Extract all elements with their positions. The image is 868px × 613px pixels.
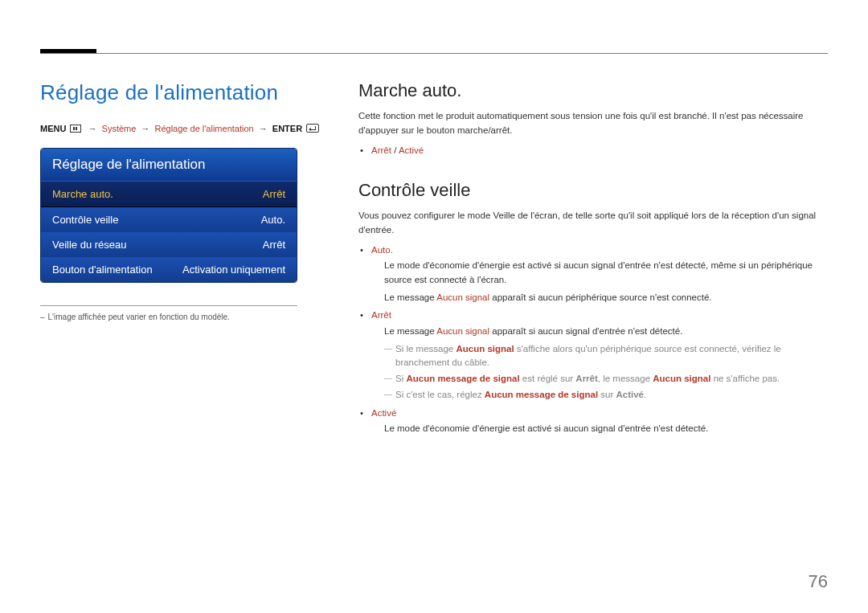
option-arret-active: Arrêt / Activé	[371, 143, 828, 157]
enter-icon	[306, 124, 319, 133]
option-auto-label: Auto.	[371, 245, 393, 255]
footnote: –L'image affichée peut varier en fonctio…	[40, 313, 334, 321]
osd-row-marche-auto[interactable]: Marche auto. Arrêt	[41, 181, 297, 207]
option-arret-notes: Si le message Aucun signal s'affiche alo…	[384, 342, 828, 403]
options-controle-veille: Auto. Le mode d'économie d'énergie est a…	[358, 243, 828, 436]
menupath-setting: Réglage de l'alimentation	[155, 124, 254, 133]
osd-row-label: Contrôle veille	[52, 214, 118, 226]
option-auto-desc-2: Le message Aucun signal apparaît si aucu…	[384, 291, 828, 305]
footnote-text: L'image affichée peut varier en fonction…	[48, 313, 230, 321]
menu-grid-icon	[70, 125, 81, 133]
osd-row-label: Marche auto.	[52, 188, 113, 200]
option-active: Activé Le mode d'économie d'énergie est …	[371, 406, 828, 436]
option-active-label: Activé	[371, 408, 396, 418]
menupath-system: Système	[102, 124, 137, 133]
osd-row-veille-reseau[interactable]: Veille du réseau Arrêt	[41, 232, 297, 257]
heading-marche-auto: Marche auto.	[358, 80, 828, 101]
para-controle-veille: Vous pouvez configurer le mode Veille de…	[358, 209, 828, 238]
options-marche-auto: Arrêt / Activé	[358, 143, 828, 157]
option-auto-desc-1: Le mode d'économie d'énergie est activé …	[384, 259, 828, 288]
option-arret: Arrêt	[371, 145, 391, 155]
menu-path: MENU → Système → Réglage de l'alimentati…	[40, 123, 334, 133]
note-3: Si c'est le cas, réglez Aucun message de…	[384, 388, 828, 403]
osd-row-value: Arrêt	[263, 188, 285, 200]
osd-row-controle-veille[interactable]: Contrôle veille Auto.	[41, 207, 297, 232]
osd-row-label: Bouton d'alimentation	[52, 264, 153, 276]
section-title: Réglage de l'alimentation	[40, 80, 334, 105]
osd-title: Réglage de l'alimentation	[41, 149, 297, 181]
option-auto: Auto. Le mode d'économie d'énergie est a…	[371, 243, 828, 305]
header-rule	[40, 53, 828, 54]
osd-row-value: Auto.	[261, 214, 285, 226]
menupath-enter: ENTER	[272, 124, 302, 133]
footer-separator	[40, 305, 297, 306]
para-marche-auto: Cette fonction met le produit automatiqu…	[358, 109, 828, 138]
osd-row-value: Activation uniquement	[182, 264, 285, 276]
osd-row-value: Arrêt	[263, 239, 285, 251]
option-arret: Arrêt Le message Aucun signal apparaît s…	[371, 308, 828, 402]
option-arret-desc-1: Le message Aucun signal apparaît si aucu…	[384, 325, 828, 339]
option-arret-label: Arrêt	[371, 310, 391, 320]
heading-controle-veille: Contrôle veille	[358, 180, 828, 201]
option-active-desc: Le mode d'économie d'énergie est activé …	[384, 422, 828, 436]
note-2: Si Aucun message de signal est réglé sur…	[384, 372, 828, 386]
osd-row-label: Veille du réseau	[52, 239, 127, 251]
note-1: Si le message Aucun signal s'affiche alo…	[384, 342, 828, 371]
header-rule-accent	[40, 49, 96, 53]
option-active: Activé	[399, 145, 424, 155]
page-number: 76	[809, 571, 828, 592]
osd-row-bouton-alimentation[interactable]: Bouton d'alimentation Activation uniquem…	[41, 257, 297, 282]
menupath-menu: MENU	[40, 124, 66, 133]
osd-panel: Réglage de l'alimentation Marche auto. A…	[40, 148, 297, 283]
